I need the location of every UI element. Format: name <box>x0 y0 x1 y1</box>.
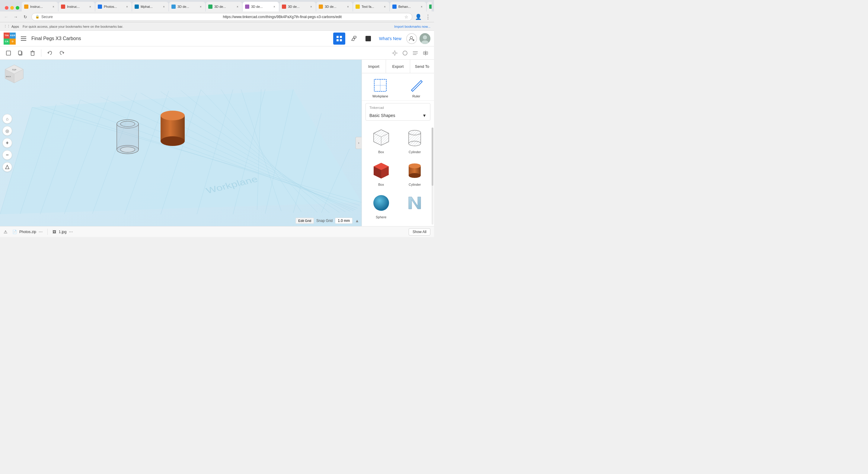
svg-marker-32 <box>426 52 428 54</box>
shape-cylinder-wire[interactable]: Cylinder <box>399 126 431 156</box>
tab-5[interactable]: 3D de... × <box>169 2 205 11</box>
edit-grid-button[interactable]: Edit Grid <box>296 218 314 224</box>
align-button[interactable] <box>410 48 420 58</box>
dark-mode-button[interactable] <box>362 33 374 45</box>
home-view-button[interactable]: ⌂ <box>2 114 12 124</box>
download-1-jpg[interactable]: 🖼 1.jpg ··· <box>53 229 73 235</box>
fit-view-button[interactable]: ◎ <box>2 126 12 136</box>
svg-rect-5 <box>337 39 339 41</box>
tab-8[interactable]: 3D de... × <box>279 2 316 11</box>
shape-abstract-n[interactable] <box>399 191 431 221</box>
shape-box-solid[interactable]: Box <box>366 158 397 188</box>
tab-close[interactable]: × <box>162 4 166 9</box>
ruler-tool[interactable]: Ruler <box>409 78 424 98</box>
show-all-button[interactable]: Show All <box>409 228 430 236</box>
tab-12[interactable]: Sign u... × <box>427 2 432 11</box>
apps-button[interactable]: ⋮⋮ Apps <box>4 25 19 28</box>
minimize-button[interactable] <box>10 6 14 10</box>
flip-button[interactable] <box>421 48 430 58</box>
close-button[interactable] <box>5 6 8 10</box>
jpg-menu[interactable]: ··· <box>69 229 73 235</box>
zoom-out-button[interactable]: − <box>2 150 12 160</box>
url-bar[interactable]: 🔒 Secure https://www.tinkercad.com/thing… <box>31 13 412 21</box>
logo-bottom-right: D <box>10 39 16 45</box>
hollow-cylinder-svg <box>116 118 140 157</box>
back-button[interactable]: ← <box>2 13 10 21</box>
menu-icon[interactable]: ⋮ <box>424 13 432 21</box>
abstract-n-icon <box>404 192 425 213</box>
jpg-name: 1.jpg <box>59 230 66 234</box>
tab-close[interactable]: × <box>309 4 313 9</box>
download-photos-zip[interactable]: 📄 Photos.zip ··· <box>12 229 42 235</box>
forward-button[interactable]: → <box>12 13 19 21</box>
undo-button[interactable] <box>45 48 55 58</box>
photos-zip-menu[interactable]: ··· <box>39 229 42 235</box>
add-user-button[interactable] <box>406 33 417 44</box>
profile-icon[interactable]: 👤 <box>415 13 422 21</box>
tab-title: 3D de... <box>288 5 307 8</box>
tab-close[interactable]: × <box>383 4 387 9</box>
photos-zip-icon: 📄 <box>12 230 17 234</box>
scrollbar-thumb[interactable] <box>432 128 433 186</box>
right-panel: Import Export Send To <box>362 60 434 226</box>
import-button[interactable]: Import <box>362 60 386 73</box>
workplane-tool[interactable]: Workplane <box>372 78 388 98</box>
maximize-button[interactable] <box>16 6 19 10</box>
tinkercad-logo[interactable]: TIN KER CA D <box>4 33 16 45</box>
svg-point-9 <box>410 36 412 39</box>
tab-close[interactable]: × <box>88 4 92 9</box>
shape-box-wire[interactable]: Box <box>366 126 397 156</box>
light-button[interactable] <box>390 48 400 58</box>
tab-close[interactable]: × <box>236 4 240 9</box>
tab-close[interactable]: × <box>272 4 276 9</box>
tab-10[interactable]: Text fa... × <box>353 2 389 11</box>
tab-2[interactable]: Instruc... × <box>59 2 95 11</box>
delete-button[interactable] <box>28 48 37 58</box>
shape-button[interactable] <box>400 48 410 58</box>
tab-1[interactable]: Instruc... × <box>22 2 58 11</box>
zoom-in-button[interactable]: + <box>2 138 12 148</box>
svg-rect-17 <box>19 51 22 55</box>
redo-button[interactable] <box>57 48 67 58</box>
dropdown-chevron-icon: ▼ <box>422 113 427 118</box>
solid-cylinder-shape <box>159 106 186 149</box>
tab-close[interactable]: × <box>125 4 129 9</box>
tab-6[interactable]: 3D de... × <box>206 2 242 11</box>
tab-close[interactable]: × <box>51 4 56 9</box>
tab-9[interactable]: 3D de... × <box>316 2 352 11</box>
hamburger-menu-button[interactable] <box>19 34 28 43</box>
redo-icon <box>59 50 65 56</box>
shape-cylinder-solid[interactable]: Cylinder <box>399 158 431 188</box>
panel-scrollbar[interactable] <box>432 126 433 223</box>
whats-new-button[interactable]: What's New <box>377 36 404 41</box>
tab-close[interactable]: × <box>420 4 424 9</box>
tab-7-active[interactable]: 3D de... × <box>243 2 279 11</box>
tab-title: Behan... <box>398 5 418 8</box>
tab-4[interactable]: Mphat... × <box>132 2 168 11</box>
grid-view-button[interactable] <box>333 33 345 45</box>
bookmark-star-icon[interactable]: ☆ <box>404 14 408 19</box>
shape-sphere[interactable]: Sphere <box>366 191 397 221</box>
tab-close[interactable]: × <box>346 4 350 9</box>
import-bookmarks-link[interactable]: Import bookmarks now... <box>394 25 430 28</box>
panel-collapse-button[interactable]: › <box>355 137 362 149</box>
snap-grid-value[interactable]: 1.0 mm <box>335 218 352 224</box>
send-to-button[interactable]: Send To <box>410 60 434 73</box>
user-avatar[interactable] <box>420 33 430 44</box>
workplane-button[interactable] <box>4 48 13 58</box>
export-label: Export <box>392 64 404 69</box>
build-button[interactable] <box>348 33 360 45</box>
refresh-button[interactable]: ↻ <box>22 13 29 21</box>
category-name[interactable]: Basic Shapes ▼ <box>366 112 430 120</box>
svg-point-26 <box>403 51 407 55</box>
export-button[interactable]: Export <box>386 60 410 73</box>
viewport[interactable]: TOP BACK <box>0 60 362 226</box>
tab-close[interactable]: × <box>198 4 203 9</box>
tab-3[interactable]: Photos... × <box>95 2 132 11</box>
tab-11[interactable]: Behan... × <box>390 2 426 11</box>
workplane-svg-icon <box>373 78 388 93</box>
perspective-button[interactable] <box>2 162 12 172</box>
snap-chevron-icon[interactable]: ▲ <box>355 218 359 223</box>
category-dropdown[interactable]: Tinkercad Basic Shapes ▼ <box>366 103 430 121</box>
copy-button[interactable] <box>16 48 25 58</box>
